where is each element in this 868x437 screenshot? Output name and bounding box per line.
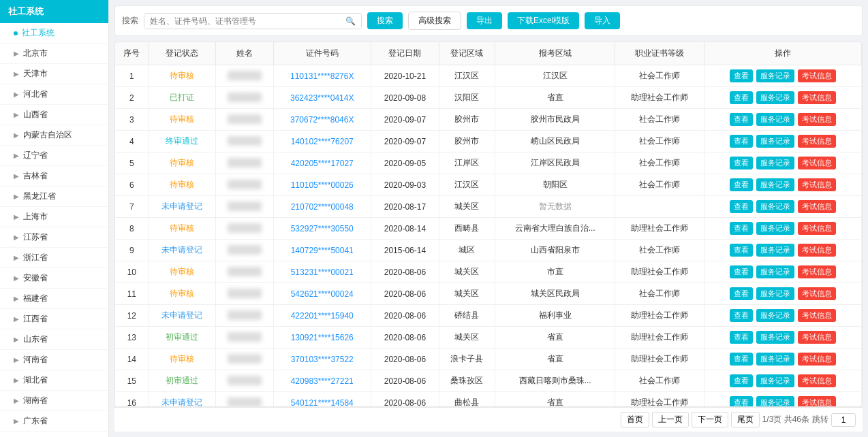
service-button[interactable]: 服务记录 [756, 135, 794, 148]
exam-button[interactable]: 考试信息 [798, 69, 836, 82]
exam-button[interactable]: 考试信息 [798, 200, 836, 213]
sidebar-item-20[interactable]: ▶广西壮族自治区 [0, 432, 108, 437]
exam-button[interactable]: 考试信息 [798, 178, 836, 191]
view-button[interactable]: 查看 [730, 200, 753, 213]
view-button[interactable]: 查看 [730, 309, 753, 322]
sidebar-item-16[interactable]: ▶河南省 [0, 350, 108, 370]
service-button[interactable]: 服务记录 [756, 157, 794, 169]
cell-cert[interactable]: 420983****27221 [273, 370, 371, 392]
sidebar-item-10[interactable]: ▶江苏省 [0, 227, 108, 248]
cell-level: 助理社会工作师 [615, 327, 704, 349]
service-button[interactable]: 服务记录 [756, 287, 794, 300]
exam-button[interactable]: 考试信息 [798, 157, 836, 169]
view-button[interactable]: 查看 [730, 396, 753, 407]
cell-cert[interactable]: 540121****14584 [273, 392, 371, 408]
sidebar-item-13[interactable]: ▶福建省 [0, 289, 108, 309]
sidebar-item-8[interactable]: ▶黑龙江省 [0, 187, 108, 207]
service-button[interactable]: 服务记录 [756, 309, 794, 322]
cell-cert[interactable]: 210702****00048 [273, 196, 371, 218]
exam-button[interactable]: 考试信息 [798, 91, 836, 104]
service-button[interactable]: 服务记录 [756, 200, 794, 213]
sidebar-item-19[interactable]: ▶广东省 [0, 411, 108, 432]
exam-button[interactable]: 考试信息 [798, 353, 836, 366]
cell-cert[interactable]: 370672****8046X [273, 109, 371, 131]
exam-button[interactable]: 考试信息 [798, 135, 836, 148]
service-button[interactable]: 服务记录 [756, 244, 794, 257]
sidebar-item-0[interactable]: 社工系统 [0, 23, 108, 44]
service-button[interactable]: 服务记录 [756, 265, 794, 278]
cell-cert[interactable]: 110131****8276X [273, 65, 371, 87]
cell-cert[interactable]: 513231****00021 [273, 261, 371, 283]
cell-level: 助理社会工作师 [615, 218, 704, 240]
sidebar-item-9[interactable]: ▶上海市 [0, 207, 108, 227]
sidebar-item-3[interactable]: ▶河北省 [0, 84, 108, 105]
search-icon-button[interactable]: 🔍 [340, 14, 361, 29]
service-button[interactable]: 服务记录 [756, 91, 794, 104]
download-excel-button[interactable]: 下载Excel模版 [508, 12, 579, 29]
view-button[interactable]: 查看 [730, 374, 753, 387]
exam-button[interactable]: 考试信息 [798, 113, 836, 126]
sidebar-item-6[interactable]: ▶辽宁省 [0, 146, 108, 166]
next-page-button[interactable]: 下一页 [692, 412, 728, 427]
view-button[interactable]: 查看 [730, 353, 753, 366]
service-button[interactable]: 服务记录 [756, 331, 794, 344]
advanced-search-button[interactable]: 高级搜索 [408, 12, 461, 30]
export-button[interactable]: 导出 [467, 12, 502, 29]
service-button[interactable]: 服务记录 [756, 374, 794, 387]
search-input[interactable] [144, 14, 340, 29]
sidebar-item-2[interactable]: ▶天津市 [0, 64, 108, 84]
sidebar-item-4[interactable]: ▶山西省 [0, 105, 108, 125]
exam-button[interactable]: 考试信息 [798, 287, 836, 300]
sidebar-item-14[interactable]: ▶江西省 [0, 309, 108, 329]
exam-button[interactable]: 考试信息 [798, 265, 836, 278]
cell-cert[interactable]: 532927****30550 [273, 218, 371, 240]
sidebar-item-1[interactable]: ▶北京市 [0, 44, 108, 64]
view-button[interactable]: 查看 [730, 244, 753, 257]
view-button[interactable]: 查看 [730, 287, 753, 300]
first-page-button[interactable]: 首页 [621, 412, 649, 427]
sidebar-item-18[interactable]: ▶湖南省 [0, 391, 108, 411]
cell-cert[interactable]: 362423****0414X [273, 87, 371, 109]
service-button[interactable]: 服务记录 [756, 222, 794, 235]
exam-button[interactable]: 考试信息 [798, 244, 836, 257]
view-button[interactable]: 查看 [730, 157, 753, 169]
sidebar-item-17[interactable]: ▶湖北省 [0, 370, 108, 391]
sidebar-item-15[interactable]: ▶山东省 [0, 329, 108, 350]
service-button[interactable]: 服务记录 [756, 396, 794, 407]
sidebar-item-12[interactable]: ▶安徽省 [0, 268, 108, 289]
exam-button[interactable]: 考试信息 [798, 374, 836, 387]
service-button[interactable]: 服务记录 [756, 69, 794, 82]
service-button[interactable]: 服务记录 [756, 113, 794, 126]
cell-cert[interactable]: 422201****15940 [273, 305, 371, 327]
sidebar-item-11[interactable]: ▶浙江省 [0, 248, 108, 268]
service-button[interactable]: 服务记录 [756, 178, 794, 191]
view-button[interactable]: 查看 [730, 178, 753, 191]
cell-cert[interactable]: 370103****37522 [273, 349, 371, 370]
cell-cert[interactable]: 110105****00026 [273, 174, 371, 196]
exam-button[interactable]: 考试信息 [798, 222, 836, 235]
view-button[interactable]: 查看 [730, 113, 753, 126]
exam-button[interactable]: 考试信息 [798, 331, 836, 344]
page-jump-input[interactable] [831, 413, 856, 427]
last-page-button[interactable]: 尾页 [731, 412, 760, 427]
search-button[interactable]: 搜索 [367, 12, 403, 29]
exam-button[interactable]: 考试信息 [798, 396, 836, 407]
table-row: 7未申请登记某某某210702****000482020-08-17城关区暂无数… [115, 196, 862, 218]
prev-page-button[interactable]: 上一页 [652, 412, 689, 427]
sidebar-item-7[interactable]: ▶吉林省 [0, 166, 108, 187]
cell-cert[interactable]: 140729****50041 [273, 240, 371, 261]
view-button[interactable]: 查看 [730, 69, 753, 82]
cell-cert[interactable]: 542621****00024 [273, 283, 371, 305]
view-button[interactable]: 查看 [730, 331, 753, 344]
import-button[interactable]: 导入 [585, 12, 620, 29]
cell-cert[interactable]: 130921****15626 [273, 327, 371, 349]
cell-cert[interactable]: 140102****76207 [273, 131, 371, 152]
view-button[interactable]: 查看 [730, 222, 753, 235]
view-button[interactable]: 查看 [730, 91, 753, 104]
view-button[interactable]: 查看 [730, 135, 753, 148]
sidebar-item-5[interactable]: ▶内蒙古自治区 [0, 125, 108, 146]
cell-cert[interactable]: 420205****17027 [273, 152, 371, 174]
exam-button[interactable]: 考试信息 [798, 309, 836, 322]
service-button[interactable]: 服务记录 [756, 353, 794, 366]
view-button[interactable]: 查看 [730, 265, 753, 278]
